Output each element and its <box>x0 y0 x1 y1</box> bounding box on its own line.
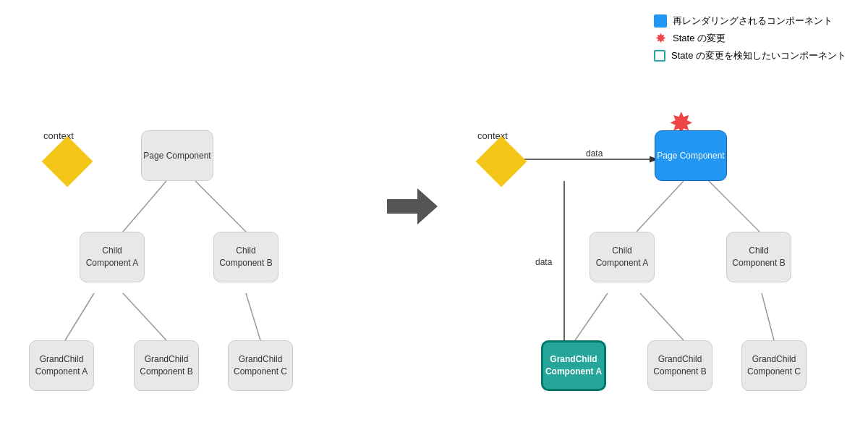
right-data-label-2: data <box>535 257 552 267</box>
svg-line-7 <box>575 293 608 340</box>
legend-item-state-change: ✸ State の変更 <box>654 32 846 45</box>
right-gc-b: GrandChild Component B <box>647 340 712 391</box>
left-context-diamond <box>42 136 93 188</box>
svg-line-8 <box>640 293 684 340</box>
right-gc-a: GrandChild Component A <box>541 340 606 391</box>
right-data-label-1: data <box>586 148 603 159</box>
right-page-component: Page Component <box>655 130 727 181</box>
legend-blue-box-icon <box>654 14 667 28</box>
left-diagram: context Page Component Child Component A… <box>22 94 383 398</box>
svg-line-0 <box>123 181 166 232</box>
left-gc-b: GrandChild Component B <box>134 340 199 391</box>
left-page-component: Page Component <box>141 130 213 181</box>
svg-line-2 <box>65 293 94 340</box>
svg-line-3 <box>123 293 166 340</box>
right-gc-c: GrandChild Component C <box>741 340 807 391</box>
left-child-a: Child Component A <box>80 232 145 282</box>
diagram-arrow <box>383 188 441 224</box>
left-gc-c: GrandChild Component C <box>228 340 293 391</box>
svg-line-1 <box>195 181 246 232</box>
diagrams-container: context Page Component Child Component A… <box>0 94 868 398</box>
legend-outline-box-icon <box>654 50 665 62</box>
right-child-b: Child Component B <box>726 232 791 282</box>
left-gc-a: GrandChild Component A <box>29 340 94 391</box>
legend-item-detect: State の変更を検知したいコンポーネント <box>654 49 846 62</box>
svg-line-6 <box>709 181 760 232</box>
arrow-shape <box>387 188 438 224</box>
legend-item-rerender: 再レンダリングされるコンポーネント <box>654 14 846 28</box>
legend: 再レンダリングされるコンポーネント ✸ State の変更 State の変更を… <box>654 14 846 62</box>
svg-line-5 <box>637 181 684 232</box>
legend-rerender-text: 再レンダリングされるコンポーネント <box>673 14 833 28</box>
right-child-a: Child Component A <box>590 232 655 282</box>
left-child-b: Child Component B <box>213 232 278 282</box>
right-diagram: context data data ✸ Page Component Child… <box>441 94 846 398</box>
legend-state-change-text: State の変更 <box>673 32 726 45</box>
right-context-diamond <box>476 136 527 188</box>
legend-star-icon: ✸ <box>654 32 667 45</box>
legend-detect-text: State の変更を検知したいコンポーネント <box>671 49 846 62</box>
svg-line-4 <box>246 293 260 340</box>
svg-line-9 <box>762 293 774 340</box>
